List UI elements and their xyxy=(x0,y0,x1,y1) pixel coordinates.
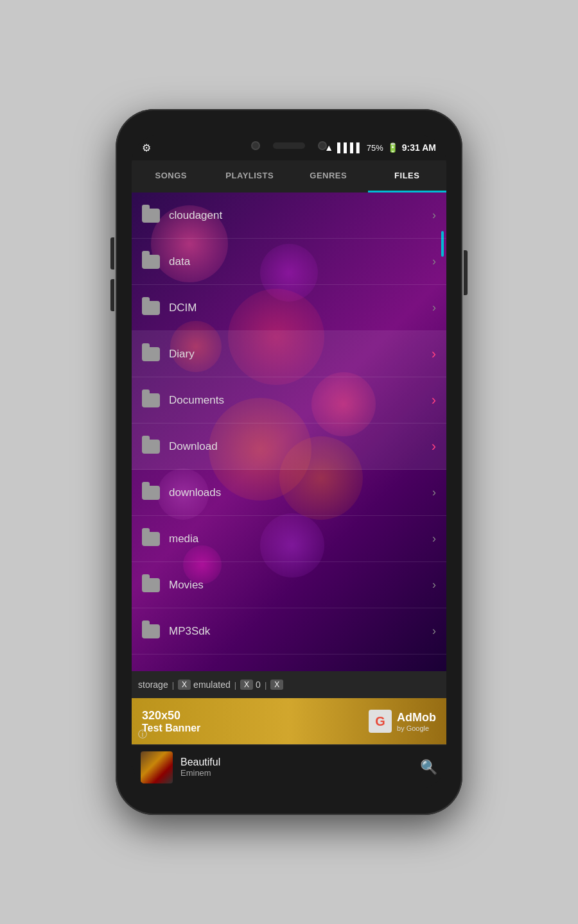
folder-icon xyxy=(142,255,160,269)
status-left-icons: ⚙ xyxy=(142,142,151,154)
tab-bar: SONGS PLAYLISTS GENRES FILES xyxy=(132,160,446,193)
track-info: Beautiful Eminem xyxy=(180,757,420,778)
top-hardware xyxy=(251,141,327,150)
file-item-downloads[interactable]: downloads › xyxy=(132,470,446,516)
earpiece-speaker xyxy=(273,142,305,149)
breadcrumb-x-2[interactable]: X xyxy=(240,680,253,690)
file-name: MP3Sdk xyxy=(169,625,432,638)
folder-icon xyxy=(142,624,160,638)
battery-percent: 75% xyxy=(367,143,383,153)
battery-icon: 🔋 xyxy=(387,142,398,153)
folder-icon xyxy=(142,209,160,223)
vol-down-button[interactable] xyxy=(110,279,114,311)
tab-playlists[interactable]: PLAYLISTS xyxy=(211,160,290,193)
file-list: cloudagent › data › DCIM › xyxy=(132,193,446,671)
breadcrumb-x-3[interactable]: X xyxy=(270,680,283,690)
breadcrumb-sep-1: | xyxy=(172,680,174,690)
file-name: downloads xyxy=(169,486,432,499)
admob-text-area: AdMob by Google xyxy=(397,711,436,732)
breadcrumb-0: 0 xyxy=(256,680,261,690)
album-art xyxy=(141,751,173,783)
file-item-data[interactable]: data › xyxy=(132,239,446,285)
file-item-mp3sdk[interactable]: MP3Sdk › xyxy=(132,608,446,654)
chevron-icon: › xyxy=(432,346,436,363)
signal-icon: ▌▌▌▌ xyxy=(337,142,363,153)
phone-screen: ⚙ ▲ ▌▌▌▌ 75% 🔋 9:31 AM SONGS PLAYLISTS xyxy=(132,135,446,789)
chevron-icon: › xyxy=(432,255,436,268)
file-name: cloudagent xyxy=(169,209,432,222)
folder-icon xyxy=(142,578,160,592)
ad-text-area: 320x50 Test Banner xyxy=(142,709,200,734)
status-right-area: ▲ ▌▌▌▌ 75% 🔋 9:31 AM xyxy=(324,142,436,153)
tab-genres[interactable]: GENRES xyxy=(289,160,368,193)
folder-icon xyxy=(142,440,160,454)
now-playing-bar[interactable]: Beautiful Eminem 🔍 xyxy=(132,744,446,789)
tab-files[interactable]: FILES xyxy=(368,160,447,193)
file-name: Download xyxy=(169,440,432,453)
file-name: Movies xyxy=(169,579,432,592)
chevron-icon: › xyxy=(432,209,436,222)
file-name: data xyxy=(169,255,432,268)
chevron-icon: › xyxy=(432,392,436,409)
folder-icon xyxy=(142,532,160,546)
file-name: DCIM xyxy=(169,302,432,314)
chevron-icon: › xyxy=(432,578,436,592)
admob-logo: G xyxy=(369,710,392,733)
usb-icon: ⚙ xyxy=(142,142,151,154)
admob-sub: by Google xyxy=(397,724,436,732)
folder-icon xyxy=(142,347,160,361)
track-name: Beautiful xyxy=(180,757,420,768)
admob-letter: G xyxy=(375,714,385,729)
chevron-icon: › xyxy=(432,532,436,545)
front-camera xyxy=(251,141,260,150)
vol-up-button[interactable] xyxy=(110,237,114,270)
file-name: Diary xyxy=(169,348,432,361)
chevron-icon: › xyxy=(432,486,436,499)
clock: 9:31 AM xyxy=(402,142,436,153)
chevron-icon: › xyxy=(432,624,436,638)
admob-area: G AdMob by Google xyxy=(369,710,436,733)
file-item-media[interactable]: media › xyxy=(132,516,446,562)
file-item-documents[interactable]: Documents › xyxy=(132,377,446,424)
file-list-area: cloudagent › data › DCIM › xyxy=(132,193,446,671)
sensor xyxy=(318,141,327,150)
breadcrumb-bar: storage | X emulated | X 0 | X xyxy=(132,671,446,698)
file-item-movies[interactable]: Movies › xyxy=(132,562,446,608)
breadcrumb-storage: storage xyxy=(138,680,168,690)
app-screen: ⚙ ▲ ▌▌▌▌ 75% 🔋 9:31 AM SONGS PLAYLISTS xyxy=(132,135,446,789)
chevron-icon: › xyxy=(432,438,436,455)
admob-brand: AdMob xyxy=(397,711,436,724)
album-art-image xyxy=(141,751,173,783)
breadcrumb-sep-3: | xyxy=(265,680,267,690)
file-item-cloudagent[interactable]: cloudagent › xyxy=(132,193,446,239)
artist-name: Eminem xyxy=(180,768,420,778)
breadcrumb-emulated: emulated xyxy=(193,680,231,690)
ad-banner[interactable]: ⓘ 320x50 Test Banner G AdMob by Google xyxy=(132,698,446,744)
search-icon[interactable]: 🔍 xyxy=(420,759,437,776)
breadcrumb-sep-2: | xyxy=(234,680,236,690)
file-name: media xyxy=(169,533,432,545)
file-item-download[interactable]: Download › xyxy=(132,424,446,470)
ad-sub-text: Test Banner xyxy=(142,723,200,734)
phone-device: ⚙ ▲ ▌▌▌▌ 75% 🔋 9:31 AM SONGS PLAYLISTS xyxy=(116,109,462,815)
file-name: Documents xyxy=(169,394,432,407)
folder-icon xyxy=(142,486,160,500)
power-button[interactable] xyxy=(464,250,468,295)
file-item-diary[interactable]: Diary › xyxy=(132,331,446,377)
breadcrumb-x-1[interactable]: X xyxy=(178,680,191,690)
ad-size-text: 320x50 xyxy=(142,709,200,723)
chevron-icon: › xyxy=(432,301,436,314)
folder-icon xyxy=(142,393,160,407)
file-item-dcim[interactable]: DCIM › xyxy=(132,285,446,331)
folder-icon xyxy=(142,301,160,315)
tab-songs[interactable]: SONGS xyxy=(132,160,211,193)
